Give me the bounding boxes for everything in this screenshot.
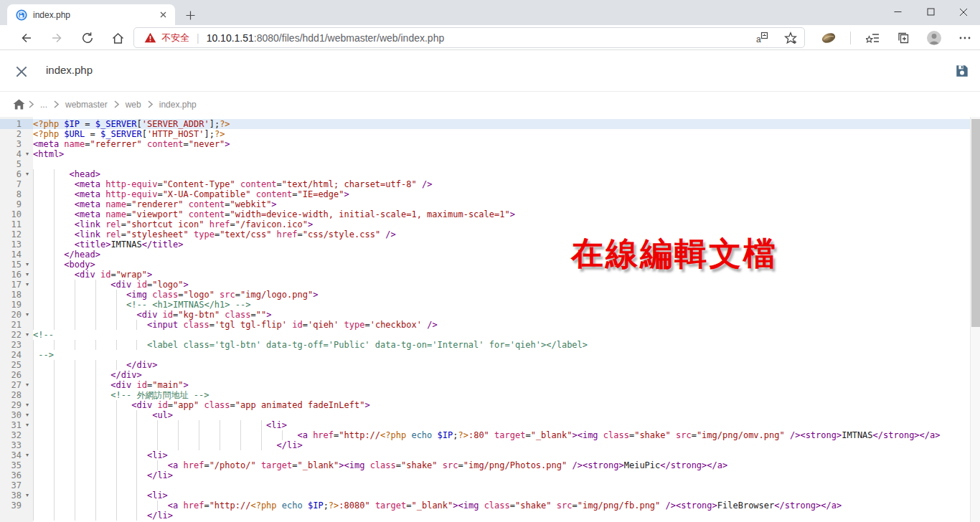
code-line[interactable]: 8<meta http-equiv="X-UA-Compatible" cont… [0, 189, 970, 199]
code-line[interactable]: 5 [0, 159, 970, 169]
code-line[interactable]: 17▾<div id="logo"> [0, 280, 970, 290]
plus-icon [186, 11, 195, 20]
code-area[interactable]: 1<?php $IP = $_SERVER['SERVER_ADDR'];?>2… [0, 117, 970, 522]
new-tab-button[interactable] [181, 6, 199, 24]
gutter-cell: 17▾ [0, 280, 33, 290]
fold-arrow-icon[interactable]: ▾ [22, 149, 33, 159]
tab-close-icon[interactable] [156, 9, 169, 22]
code-line[interactable]: 10<meta name="viewport" content="width=d… [0, 209, 970, 219]
code-line[interactable]: 9<meta name="renderer" content="webkit"> [0, 199, 970, 209]
settings-menu-button[interactable] [956, 29, 974, 47]
code-line[interactable]: 38▾<li> [0, 490, 970, 500]
window-close-button[interactable] [947, 0, 980, 24]
save-button[interactable] [954, 63, 970, 79]
code-line[interactable]: 28<!-- 外網訪問地址 --> [0, 390, 970, 400]
code-line[interactable]: 11<link rel="shortcut icon" href="/favic… [0, 219, 970, 229]
fold-arrow-icon[interactable]: ▾ [22, 420, 33, 430]
breadcrumb-item-ellipsis[interactable]: ... [40, 100, 47, 110]
code-line[interactable]: 34▾<li> [0, 450, 970, 460]
x-icon [14, 65, 29, 79]
translate-icon: a [755, 32, 768, 44]
translate-button[interactable]: a [753, 29, 771, 47]
code-line[interactable]: 16▾<div id="wrap"> [0, 270, 970, 280]
browser-tab[interactable]: index.php [7, 4, 175, 25]
fold-arrow-icon[interactable]: ▾ [22, 169, 33, 179]
gutter-cell: 8 [0, 189, 33, 199]
code-line[interactable]: 1<?php $IP = $_SERVER['SERVER_ADDR'];?> [0, 119, 970, 129]
refresh-button[interactable] [77, 28, 98, 48]
collections-button[interactable] [894, 29, 913, 47]
code-line[interactable]: 2<?php $URL = $_SERVER['HTTP_HOST'];?> [0, 129, 970, 139]
code-line[interactable]: 36</li> [0, 470, 970, 480]
home-icon [111, 32, 125, 45]
home-button[interactable] [108, 28, 128, 48]
code-line[interactable]: 35<a href="/photo/" target="_blank"><img… [0, 460, 970, 470]
maximize-button[interactable] [914, 0, 947, 24]
profile-button[interactable] [925, 29, 943, 47]
code-line[interactable]: 15▾<body> [0, 260, 970, 270]
favorites-button[interactable] [863, 29, 882, 47]
code-line[interactable]: 37 [0, 480, 970, 490]
code-line[interactable]: </li> [0, 511, 970, 521]
code-line[interactable]: 20▾<div id="kg-btn" class=""> [0, 310, 970, 320]
code-line[interactable]: 22▾<!-- [0, 330, 970, 340]
fold-arrow-icon[interactable]: ▾ [22, 260, 33, 270]
breadcrumb-item-web[interactable]: web [126, 100, 141, 110]
code-line[interactable]: 29▾<div id="app" class="app animated fad… [0, 400, 970, 410]
fold-arrow-icon[interactable]: ▾ [22, 270, 33, 280]
gutter-cell: 14 [0, 250, 33, 260]
code-line[interactable]: 6▾<head> [0, 169, 970, 179]
editor-close-button[interactable] [14, 65, 29, 79]
security-warning-icon [144, 32, 156, 43]
url-text[interactable]: 10.10.1.51:8080/files/hdd1/webmaster/web… [207, 32, 753, 44]
code-line[interactable]: 19<!-- <h1>IMTNAS</h1> --> [0, 300, 970, 310]
address-bar[interactable]: 不安全 | 10.10.1.51:8080/files/hdd1/webmast… [133, 27, 805, 48]
fold-arrow-icon[interactable]: ▾ [22, 330, 33, 340]
fold-arrow-icon[interactable]: ▾ [22, 410, 33, 420]
fold-arrow-icon[interactable]: ▾ [22, 380, 33, 390]
gutter-cell: 19 [0, 300, 33, 310]
code-line[interactable]: 27▾<div id="main"> [0, 380, 970, 390]
code-line[interactable]: 18<img class="logo" src="img/logo.png"> [0, 290, 970, 300]
breadcrumb-item-webmaster[interactable]: webmaster [65, 100, 108, 110]
security-warning-label[interactable]: 不安全 [161, 32, 189, 44]
fold-arrow-icon[interactable]: ▾ [22, 450, 33, 460]
code-line[interactable]: 32<a href="http://<?php echo $IP;?>:80" … [0, 430, 970, 440]
minimize-button[interactable] [881, 0, 914, 24]
code-line[interactable]: 14</head> [0, 250, 970, 260]
add-favorite-button[interactable] [781, 29, 800, 47]
code-line[interactable]: 31▾<li> [0, 420, 970, 430]
code-line[interactable]: 39<a href="http://<?php echo $IP;?>:8080… [0, 500, 970, 511]
code-line[interactable]: 13<title>IMTNAS</title> [0, 239, 970, 250]
code-line[interactable]: 7<meta http-equiv="Content-Type" content… [0, 179, 970, 189]
code-line[interactable]: 33</li> [0, 440, 970, 450]
code-line[interactable]: 26</div> [0, 370, 970, 380]
svg-text:a: a [756, 34, 761, 44]
fold-arrow-icon[interactable]: ▾ [22, 400, 33, 410]
gutter-cell: 3 [0, 139, 33, 149]
fold-arrow-icon[interactable]: ▾ [22, 310, 33, 320]
window-controls [881, 0, 980, 25]
breadcrumb-home-icon[interactable] [13, 99, 25, 110]
fold-arrow-icon[interactable]: ▾ [22, 490, 33, 500]
code-line[interactable]: 24--> [0, 350, 970, 360]
breadcrumb-item-file[interactable]: index.php [159, 100, 197, 110]
code-line[interactable]: 4▾<html> [0, 149, 970, 159]
code-line[interactable]: 23<label class='tgl-btn' data-tg-off='Pu… [0, 340, 970, 350]
code-line[interactable]: 21<input class='tgl tgl-flip' id='qieh' … [0, 320, 970, 330]
code-line[interactable]: 3<meta name="referrer" content="never"> [0, 139, 970, 149]
forward-button[interactable] [47, 28, 67, 48]
code-line[interactable]: 12<link rel="stylesheet" type="text/css"… [0, 229, 970, 239]
code-line[interactable]: 30▾<ul> [0, 410, 970, 420]
back-button[interactable] [16, 28, 36, 48]
close-icon [959, 8, 968, 16]
gutter-cell: 37 [0, 480, 33, 490]
scrollbar-thumb[interactable] [971, 119, 980, 327]
extension-button[interactable] [819, 29, 838, 47]
gutter-cell: 16▾ [0, 270, 33, 280]
editor-scrollbar[interactable] [970, 117, 980, 522]
gutter-cell: 11 [0, 219, 33, 229]
code-line[interactable]: 25</div> [0, 360, 970, 370]
fold-arrow-icon[interactable]: ▾ [22, 280, 33, 290]
gutter-cell: 29▾ [0, 400, 33, 410]
